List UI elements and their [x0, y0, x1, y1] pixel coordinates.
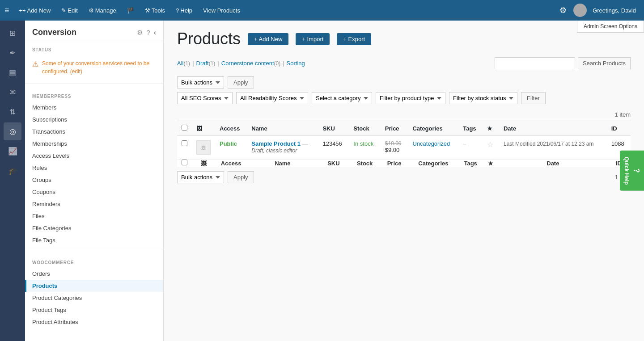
- sidebar-item-product-tags[interactable]: Product Tags: [25, 304, 163, 316]
- status-block: ⚠ Some of your conversion services need …: [25, 55, 163, 80]
- search-products-button[interactable]: Search Products: [578, 57, 631, 69]
- icon-dashboard[interactable]: ⊞: [4, 24, 21, 42]
- sidebar-item-groups[interactable]: Groups: [25, 174, 163, 186]
- sidebar-item-reminders[interactable]: Reminders: [25, 198, 163, 210]
- stock-status-select[interactable]: Filter by stock status: [449, 92, 517, 104]
- filter-button[interactable]: Filter: [521, 92, 546, 104]
- sidebar-item-files[interactable]: Files: [25, 210, 163, 222]
- sidebar-item-file-tags[interactable]: File Tags: [25, 234, 163, 246]
- nav-logo[interactable]: ≡: [4, 6, 9, 15]
- icon-transfer[interactable]: ⇅: [4, 103, 21, 121]
- tab-all[interactable]: All: [177, 60, 183, 67]
- sidebar-item-access-levels[interactable]: Access Levels: [25, 150, 163, 162]
- table-bottom-row: Bulk actions Apply 1 item: [177, 171, 631, 183]
- product-name-link[interactable]: Sample Product 1: [251, 140, 301, 147]
- nav-help[interactable]: ? Help: [170, 0, 198, 21]
- warning-icon: ⚠: [32, 60, 38, 68]
- tab-sorting[interactable]: Sorting: [287, 60, 305, 67]
- icon-graduation[interactable]: 🎓: [4, 162, 21, 180]
- flag-icon: 🏴: [127, 7, 134, 14]
- stock-status: In stock: [353, 140, 373, 147]
- nav-view-products[interactable]: View Products: [198, 0, 246, 21]
- help-icon: ?: [176, 7, 179, 14]
- bulk-actions-bottom-select[interactable]: Bulk actions: [177, 171, 224, 183]
- sidebar-item-transactions[interactable]: Transactions: [25, 126, 163, 138]
- import-button[interactable]: + Import: [296, 33, 330, 45]
- seo-scores-select[interactable]: All SEO Scores: [177, 92, 233, 104]
- product-image-placeholder: 🖼: [196, 140, 211, 155]
- icon-chart[interactable]: 📈: [4, 142, 21, 160]
- table-row: 🖼 Public Sample Product 1 — Draft, class…: [177, 136, 631, 160]
- tab-draft[interactable]: Draft: [196, 60, 209, 67]
- icon-circle[interactable]: ◎: [4, 122, 21, 140]
- sidebar-item-memberships[interactable]: Memberships: [25, 138, 163, 150]
- product-sub-status: Draft, classic editor: [251, 147, 297, 154]
- th-categories: Categories: [408, 121, 458, 136]
- sidebar-item-file-categories[interactable]: File Categories: [25, 222, 163, 234]
- tfoot-date: Date: [499, 160, 607, 167]
- nav-manage[interactable]: ⚙ Manage: [83, 0, 122, 21]
- sidebar-item-products[interactable]: Products: [25, 280, 163, 292]
- readability-scores-select[interactable]: All Readability Scores: [236, 92, 308, 104]
- icon-reports[interactable]: ▤: [4, 63, 21, 81]
- search-input[interactable]: [495, 57, 575, 69]
- icon-mail[interactable]: ✉: [4, 83, 21, 101]
- tfoot-starred: ★: [483, 160, 499, 167]
- sidebar-collapse-icon[interactable]: ‹: [154, 29, 156, 37]
- tfoot-sku: SKU: [318, 160, 349, 167]
- page-title: Products: [177, 29, 241, 48]
- sidebar-help-icon[interactable]: ?: [146, 29, 150, 36]
- settings-icon[interactable]: ⚙: [555, 2, 571, 18]
- apply-button[interactable]: Apply: [228, 76, 254, 88]
- row-star-cell: ☆: [483, 136, 499, 160]
- th-name: Name: [247, 121, 318, 136]
- select-all-footer-checkbox[interactable]: [182, 160, 187, 165]
- plus-icon: +: [19, 7, 23, 14]
- search-products-row: Search Products: [495, 57, 631, 69]
- nav-add-new[interactable]: + + Add New: [14, 0, 56, 21]
- nav-tools[interactable]: ⚒ Tools: [140, 0, 170, 21]
- product-id: 1088: [611, 140, 624, 147]
- sidebar-item-product-attributes[interactable]: Product Attributes: [25, 316, 163, 328]
- row-price-cell: $10.00 $9.00: [381, 136, 408, 160]
- quick-help-panel[interactable]: ? Quick Help: [620, 150, 644, 191]
- sidebar-item-product-categories[interactable]: Product Categories: [25, 292, 163, 304]
- tabs-row: All (1) | Draft (1) | Cornerstone conten…: [177, 57, 631, 69]
- star-toggle[interactable]: ☆: [487, 141, 493, 148]
- greeting-text: Greetings, David: [589, 7, 640, 14]
- sale-price: $9.00: [385, 147, 404, 153]
- th-starred: ★: [483, 121, 499, 136]
- product-type-select[interactable]: Filter by product type: [376, 92, 445, 104]
- table-header-row: 🖼 Access Name SKU Stock Price Categories…: [177, 121, 631, 136]
- nav-edit[interactable]: ✎ Edit: [56, 0, 83, 21]
- bulk-actions-select[interactable]: Bulk actions: [177, 76, 224, 88]
- avatar[interactable]: [573, 4, 587, 17]
- admin-screen-options[interactable]: Admin Screen Options: [577, 21, 644, 33]
- sidebar-item-coupons[interactable]: Coupons: [25, 186, 163, 198]
- tabs: All (1) | Draft (1) | Cornerstone conten…: [177, 60, 305, 67]
- sidebar-item-members[interactable]: Members: [25, 101, 163, 114]
- icon-analytics[interactable]: ✒: [4, 44, 21, 62]
- row-categories-cell: Uncategorized: [408, 136, 458, 160]
- th-price: Price: [381, 121, 408, 136]
- product-category-link[interactable]: Uncategorized: [412, 140, 450, 147]
- sidebar-item-subscriptions[interactable]: Subscriptions: [25, 114, 163, 126]
- add-new-button[interactable]: + Add New: [248, 33, 288, 45]
- tab-cornerstone[interactable]: Cornerstone content: [221, 60, 274, 67]
- product-sku: 123456: [322, 140, 342, 147]
- status-warning: ⚠ Some of your conversion services need …: [32, 59, 156, 76]
- sidebar-item-orders[interactable]: Orders: [25, 268, 163, 280]
- select-all-checkbox[interactable]: [182, 125, 187, 131]
- sidebar-settings-icon[interactable]: ⚙: [137, 29, 143, 37]
- sidebar: Conversion ⚙ ? ‹ STATUS ⚠ Some of your c…: [25, 21, 164, 341]
- status-edit-link[interactable]: (edit): [70, 68, 82, 75]
- sidebar-item-rules[interactable]: Rules: [25, 162, 163, 174]
- nav-flag[interactable]: 🏴: [122, 0, 140, 21]
- category-select[interactable]: Select a category: [312, 92, 372, 104]
- export-button[interactable]: + Export: [337, 33, 371, 45]
- th-date: Date: [499, 121, 607, 136]
- apply-bottom-button[interactable]: Apply: [228, 171, 254, 183]
- tfoot-name: Name: [247, 160, 318, 167]
- row-checkbox[interactable]: [182, 140, 187, 146]
- quick-help-label: Quick Help: [623, 156, 630, 185]
